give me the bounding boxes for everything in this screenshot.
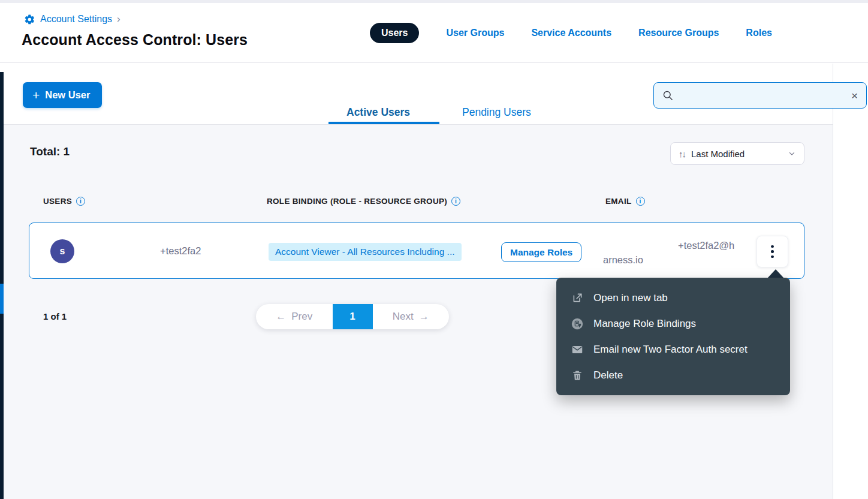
menu-item-open-in-new-tab[interactable]: Open in new tab [556, 285, 790, 311]
menu-item-label: Email new Two Factor Auth secret [593, 344, 748, 356]
pagination-next-button[interactable]: Next → [373, 304, 450, 329]
sort-dropdown[interactable]: ↑↓ Last Modified [670, 142, 804, 165]
breadcrumb: Account Settings › [24, 13, 120, 25]
total-count-label: Total: 1 [30, 145, 70, 158]
role-binding-chip[interactable]: Account Viewer - All Resources Including… [269, 243, 462, 261]
avatar: s [50, 239, 74, 263]
chevron-down-icon [788, 149, 796, 158]
toolbar: + New User Active Users Pending Users × [0, 63, 868, 125]
menu-item-manage-role-bindings[interactable]: Manage Role Bindings [556, 311, 790, 336]
new-user-button[interactable]: + New User [23, 82, 102, 108]
chevron-right-icon: › [117, 13, 120, 25]
column-header-email: EMAIL i [605, 197, 645, 206]
open-in-new-tab-icon [571, 291, 584, 305]
column-header-role-binding: ROLE BINDING (ROLE - RESOURCE GROUP) i [267, 197, 460, 206]
email-icon [571, 343, 584, 356]
gear-icon [24, 14, 35, 25]
table-row[interactable]: s +test2fa2 Account Viewer - All Resourc… [29, 223, 804, 279]
prev-label: Prev [291, 311, 312, 323]
menu-item-label: Delete [593, 369, 623, 381]
manage-roles-button[interactable]: Manage Roles [501, 242, 581, 262]
nav-item-service-accounts[interactable]: Service Accounts [531, 28, 611, 38]
info-icon[interactable]: i [451, 197, 460, 206]
row-options-button[interactable] [757, 236, 788, 267]
more-options-icon [771, 250, 774, 253]
search-input[interactable] [680, 91, 845, 101]
column-header-email-label: EMAIL [605, 197, 632, 206]
more-options-icon [771, 245, 774, 248]
context-menu-caret [767, 269, 784, 278]
close-icon[interactable]: × [851, 90, 858, 101]
account-access-control-page: Account Settings › Account Access Contro… [0, 0, 868, 499]
page-header: Account Settings › Account Access Contro… [0, 3, 868, 63]
column-header-role-binding-label: ROLE BINDING (ROLE - RESOURCE GROUP) [267, 197, 447, 206]
user-name: +test2fa2 [160, 245, 201, 257]
top-nav: Users User Groups Service Accounts Resou… [370, 23, 772, 43]
page-info: 1 of 1 [43, 311, 67, 321]
menu-item-label: Open in new tab [593, 292, 668, 304]
sort-arrows-icon: ↑↓ [679, 149, 685, 159]
tab-active-users[interactable]: Active Users [346, 106, 410, 119]
nav-item-users[interactable]: Users [370, 23, 419, 43]
tab-pending-users[interactable]: Pending Users [462, 106, 531, 119]
trash-icon [571, 369, 584, 382]
right-gutter [833, 64, 868, 499]
page-title: Account Access Control: Users [22, 31, 248, 49]
nav-item-resource-groups[interactable]: Resource Groups [638, 28, 719, 38]
search-icon [662, 90, 674, 101]
plus-icon: + [32, 89, 40, 101]
arrow-right-icon: → [419, 311, 429, 323]
role-bindings-icon [571, 317, 584, 330]
info-icon[interactable]: i [76, 197, 85, 206]
nav-item-user-groups[interactable]: User Groups [446, 28, 504, 38]
user-email-line2: arness.io [603, 254, 643, 266]
arrow-left-icon: ← [276, 311, 286, 323]
breadcrumb-account-settings[interactable]: Account Settings [40, 14, 112, 25]
row-context-menu: Open in new tab Manage Role Bindings Ema… [556, 278, 790, 395]
menu-item-label: Manage Role Bindings [593, 318, 696, 330]
more-options-icon [771, 255, 774, 258]
menu-item-email-2fa-secret[interactable]: Email new Two Factor Auth secret [556, 336, 790, 362]
pagination-prev-button[interactable]: ← Prev [256, 304, 333, 329]
pagination: ← Prev 1 Next → [256, 304, 449, 329]
next-label: Next [393, 311, 414, 323]
users-list-panel: Total: 1 ↑↓ Last Modified USERS i ROLE B… [4, 125, 833, 499]
column-header-users-label: USERS [43, 197, 72, 206]
column-header-users: USERS i [43, 197, 85, 206]
search-box[interactable]: × [653, 82, 867, 109]
nav-item-roles[interactable]: Roles [746, 28, 772, 38]
info-icon[interactable]: i [636, 197, 645, 206]
menu-item-delete[interactable]: Delete [556, 362, 790, 388]
user-email-line1: +test2fa2@h [678, 240, 734, 251]
pagination-page-1[interactable]: 1 [333, 304, 373, 329]
sort-dropdown-value: Last Modified [691, 149, 782, 159]
new-user-button-label: New User [45, 89, 90, 101]
